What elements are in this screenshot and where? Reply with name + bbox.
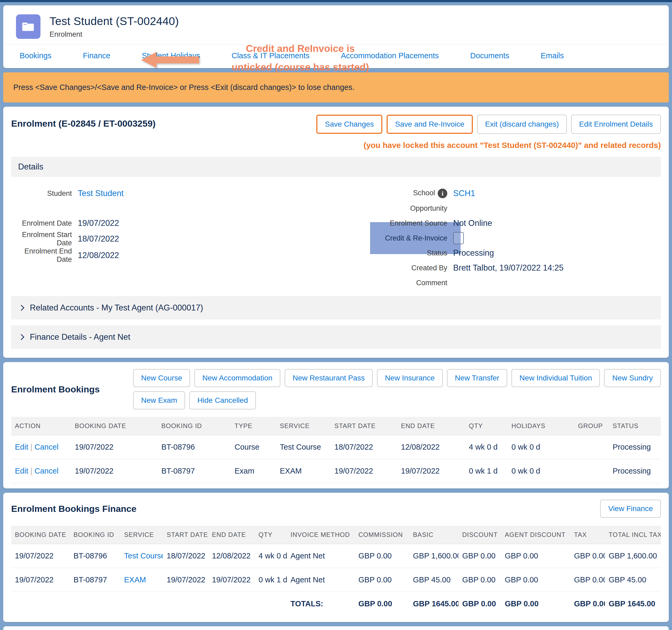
new-course-button[interactable]: New Course [133, 369, 190, 387]
field-enrolment-end-date-label: Enrolment End Date [11, 247, 78, 263]
booking-row: Edit|Cancel 19/07/2022 BT-08797 Exam EXA… [11, 459, 661, 483]
edit-booking-link[interactable]: Edit [15, 467, 28, 475]
bookings-buttons: New Course New Accommodation New Restaur… [133, 369, 661, 409]
field-status-label: Status [336, 249, 453, 257]
field-enrolment-date-label: Enrolment Date [11, 219, 78, 227]
totals-label: TOTALS: [287, 592, 355, 616]
field-spacer [11, 201, 336, 216]
field-created-by-value: Brett Talbot, 19/07/2022 14:25 [453, 263, 563, 273]
save-and-reinvoice-button[interactable]: Save and Re-Invoice [387, 115, 473, 134]
page-subtitle: Enrolment [50, 30, 179, 39]
col-start-date: START DATE [331, 417, 397, 435]
new-accommodation-button[interactable]: New Accommodation [194, 369, 280, 387]
enrolment-folder-icon [16, 15, 41, 39]
col-end-date: END DATE [397, 417, 465, 435]
enrolment-bookings-finance-card: Enrolment Bookings Finance View Finance … [3, 493, 669, 622]
col-booking-date: BOOKING DATE [71, 417, 158, 435]
credit-annotation-line1: Credit and ReInvoice is [210, 40, 391, 58]
edit-enrolment-details-button[interactable]: Edit Enrolment Details [571, 115, 661, 134]
enrolment-card: Enrolment (E-02845 / ET-0003259) Save Ch… [3, 107, 669, 358]
related-accounts-section-label: Related Accounts - My Test Agent (AG-000… [30, 303, 203, 312]
finance-details-section-toggle[interactable]: Finance Details - Agent Net [11, 325, 661, 349]
field-enrolment-end-date: Enrolment End Date 12/08/2022 [11, 247, 336, 263]
new-insurance-button[interactable]: New Insurance [377, 369, 443, 387]
field-created-by-label: Created By [336, 264, 453, 272]
col-status: STATUS [609, 417, 661, 435]
save-changes-button[interactable]: Save Changes [316, 115, 382, 134]
credit-annotation-line2: unticked (course has started) [210, 58, 391, 77]
new-restaurant-pass-button[interactable]: New Restaurant Pass [285, 369, 373, 387]
new-exam-button[interactable]: New Exam [133, 392, 185, 409]
col-action: ACTION [11, 417, 71, 435]
credit-reinvoice-annotation: Credit and ReInvoice is unticked (course… [141, 40, 391, 77]
page-title: Test Student (ST-002440) [50, 15, 179, 28]
col-booking-id: BOOKING ID [158, 417, 231, 435]
field-student: Student Test Student [11, 186, 336, 201]
field-school: Schooli SCH1 [336, 186, 661, 201]
tab-finance[interactable]: Finance [83, 51, 110, 60]
field-opportunity-label: Opportunity [336, 204, 453, 212]
record-header-text: Test Student (ST-002440) Enrolment [50, 15, 179, 39]
exit-discard-changes-button[interactable]: Exit (discard changes) [477, 115, 567, 134]
enrolment-actions: Save Changes Save and Re-Invoice Exit (d… [316, 115, 661, 134]
col-group: GROUP [574, 417, 609, 435]
related-accounts-section-toggle[interactable]: Related Accounts - My Test Agent (AG-000… [11, 296, 661, 320]
field-enrolment-start-date-label: Enrolment Start Date [11, 231, 78, 247]
service-link[interactable]: EXAM [124, 576, 146, 584]
enrolment-finance-details-card: Enrolment Finance Details Agent (Debtor)… [3, 626, 669, 630]
student-link[interactable]: Test Student [78, 188, 123, 198]
field-enrolment-date: Enrolment Date 19/07/2022 [11, 216, 336, 231]
enrolment-bookings-finance-title: Enrolment Bookings Finance [11, 504, 136, 514]
details-form: Student Test Student Enrolment Date 19/0… [11, 186, 661, 290]
tab-emails[interactable]: Emails [541, 51, 564, 60]
col-service: SERVICE [276, 417, 331, 435]
field-comment-label: Comment [336, 279, 453, 287]
hide-cancelled-button[interactable]: Hide Cancelled [189, 392, 256, 409]
tab-documents[interactable]: Documents [470, 51, 509, 60]
info-icon[interactable]: i [438, 188, 447, 198]
annotation-arrow-icon [141, 43, 199, 77]
view-finance-button[interactable]: View Finance [600, 500, 661, 518]
service-link[interactable]: Test Course [124, 552, 163, 560]
account-locked-note: (you have locked this account "Test Stud… [11, 141, 661, 150]
bookings-finance-table: BOOKING DATE BOOKING ID SERVICE START DA… [11, 526, 661, 615]
page: Test Student (ST-002440) Enrolment Booki… [0, 2, 672, 630]
cancel-booking-link[interactable]: Cancel [34, 467, 58, 475]
field-comment: Comment [336, 275, 661, 290]
field-enrolment-end-date-value: 12/08/2022 [78, 251, 119, 260]
new-individual-tuition-button[interactable]: New Individual Tuition [511, 369, 600, 387]
enrolment-title: Enrolment (E-02845 / ET-0003259) [11, 115, 155, 129]
field-opportunity: Opportunity [336, 201, 661, 216]
col-type: TYPE [231, 417, 276, 435]
details-section-header: Details [11, 157, 661, 177]
credit-reinvoice-checkbox[interactable] [453, 232, 464, 244]
enrolment-bookings-title: Enrolment Bookings [11, 384, 100, 395]
cancel-booking-link[interactable]: Cancel [34, 443, 58, 451]
enrolment-bookings-card: Enrolment Bookings New Course New Accomm… [3, 362, 669, 488]
finance-details-section-label: Finance Details - Agent Net [30, 332, 130, 342]
col-holidays: HOLIDAYS [508, 417, 574, 435]
new-transfer-button[interactable]: New Transfer [447, 369, 507, 387]
field-status: Status Processing [336, 246, 661, 260]
chevron-right-icon [18, 334, 24, 340]
field-enrolment-date-value: 19/07/2022 [78, 219, 119, 228]
bookings-table: ACTION BOOKING DATE BOOKING ID TYPE SERV… [11, 417, 661, 483]
tab-bookings[interactable]: Bookings [20, 51, 51, 60]
finance-row: 19/07/2022 BT-08797 EXAM 19/07/2022 19/0… [11, 568, 661, 592]
finance-totals-row: TOTALS: GBP 0.00 GBP 1645.00 GBP 0.00 GB… [11, 592, 661, 616]
school-link[interactable]: SCH1 [453, 188, 475, 198]
edit-booking-link[interactable]: Edit [15, 443, 28, 451]
field-created-by: Created By Brett Talbot, 19/07/2022 14:2… [336, 260, 661, 275]
field-status-value: Processing [453, 248, 494, 258]
save-warning-banner: Press <Save Changes>/<Save and Re-Invoic… [3, 72, 669, 102]
field-enrolment-start-date: Enrolment Start Date 18/07/2022 [11, 231, 336, 247]
field-student-label: Student [11, 190, 78, 198]
new-sundry-button[interactable]: New Sundry [604, 369, 661, 387]
field-enrolment-start-date-value: 18/07/2022 [78, 234, 119, 244]
field-credit-reinvoice: Credit & Re-Invoice [336, 231, 661, 246]
field-enrolment-source-value: Not Online [453, 219, 492, 228]
field-enrolment-source-label: Enrolment Source [336, 219, 453, 227]
chevron-right-icon [18, 305, 24, 311]
field-school-label: Schooli [336, 188, 453, 198]
finance-row: 19/07/2022 BT-08796 Test Course 18/07/20… [11, 544, 661, 568]
